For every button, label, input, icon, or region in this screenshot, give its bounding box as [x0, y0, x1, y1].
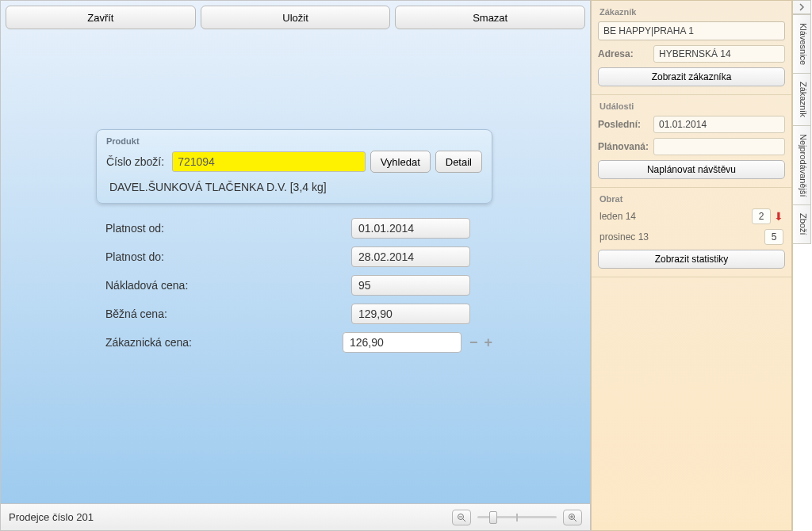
planned-event-input[interactable] — [653, 138, 785, 155]
vtab-keyboard[interactable]: Klávesnice — [793, 14, 811, 74]
toolbar: Zavřít Uložit Smazat — [1, 1, 590, 34]
valid-from-input[interactable] — [351, 218, 470, 239]
events-section: Události Poslední: Plánovaná: Naplánovat… — [592, 95, 791, 188]
turnover-section-title: Obrat — [598, 191, 785, 208]
fields-area: Platnost od: Platnost do: Nákladová cena… — [96, 218, 492, 353]
customer-name-input[interactable] — [598, 21, 785, 40]
customer-section-title: Zákazník — [598, 4, 785, 21]
turnover-row: prosinec 13 5 — [598, 229, 785, 245]
vtab-customer[interactable]: Zákazník — [793, 74, 811, 126]
detail-button[interactable]: Detail — [435, 151, 482, 173]
collapse-sidepanel-button[interactable] — [793, 0, 811, 14]
customer-section: Zákazník Adresa: Zobrazit zákazníka — [592, 1, 791, 95]
product-code-input[interactable] — [172, 151, 366, 172]
address-input[interactable] — [653, 45, 785, 63]
plan-visit-button[interactable]: Naplánovat návštěvu — [598, 160, 785, 179]
valid-from-label: Platnost od: — [105, 222, 351, 235]
cost-price-input[interactable] — [351, 275, 470, 296]
vertical-tabs: Klávesnice Zákazník Nejprodávanější Zbož… — [792, 0, 811, 531]
minus-icon[interactable]: − — [469, 334, 478, 351]
valid-to-label: Platnost do: — [105, 250, 351, 263]
customer-price-input[interactable] — [343, 332, 462, 353]
plus-icon[interactable]: + — [484, 334, 492, 351]
search-button[interactable]: Vyhledat — [370, 151, 431, 173]
vtab-goods[interactable]: Zboží — [793, 205, 811, 244]
content-area: Produkt Číslo zboží: Vyhledat Detail DAV… — [1, 34, 590, 503]
chevron-right-icon — [798, 3, 806, 11]
close-button[interactable]: Zavřít — [6, 6, 196, 29]
product-code-label: Číslo zboží: — [106, 155, 164, 168]
save-button[interactable]: Uložit — [201, 6, 391, 29]
vtab-bestsellers[interactable]: Nejprodávanější — [793, 126, 811, 206]
normal-price-label: Běžná cena: — [105, 308, 351, 320]
turnover-label: prosinec 13 — [599, 231, 764, 243]
planned-event-label: Plánovaná: — [598, 141, 649, 152]
status-bar: Prodejce číslo 201 — [1, 503, 590, 530]
svg-line-1 — [463, 518, 466, 521]
zoom-control — [452, 510, 582, 525]
product-box-title: Produkt — [106, 136, 482, 146]
side-panel: Zákazník Adresa: Zobrazit zákazníka Udál… — [591, 0, 792, 531]
normal-price-input[interactable] — [351, 304, 470, 324]
delete-button[interactable]: Smazat — [395, 6, 585, 29]
turnover-row: leden 14 2 ⬇ — [598, 208, 785, 224]
show-customer-button[interactable]: Zobrazit zákazníka — [598, 67, 785, 86]
events-section-title: Události — [598, 98, 785, 116]
cost-price-label: Nákladová cena: — [105, 279, 351, 292]
zoom-in-button[interactable] — [563, 510, 582, 525]
turnover-value: 2 — [752, 208, 771, 224]
main-panel: Zavřít Uložit Smazat Produkt Číslo zboží… — [0, 0, 591, 531]
address-label: Adresa: — [598, 48, 649, 59]
valid-to-input[interactable] — [351, 246, 470, 267]
show-stats-button[interactable]: Zobrazit statistiky — [598, 250, 785, 269]
turnover-value: 5 — [764, 229, 783, 245]
zoom-slider[interactable] — [477, 510, 557, 525]
product-description: DAVEL.ŠUNKOVÁ TLAČENKA D.V. [3,4 kg] — [106, 179, 482, 195]
last-event-label: Poslední: — [598, 119, 649, 130]
customer-price-label: Zákaznická cena: — [105, 336, 343, 349]
status-text: Prodejce číslo 201 — [9, 511, 94, 523]
trend-down-icon: ⬇ — [774, 210, 783, 223]
zoom-out-icon — [457, 513, 466, 522]
product-box: Produkt Číslo zboží: Vyhledat Detail DAV… — [96, 129, 492, 204]
last-event-input[interactable] — [653, 116, 785, 133]
zoom-in-icon — [568, 513, 577, 522]
zoom-out-button[interactable] — [452, 510, 471, 525]
turnover-label: leden 14 — [599, 211, 752, 222]
turnover-section: Obrat leden 14 2 ⬇ prosinec 13 5 Zobrazi… — [592, 188, 791, 277]
svg-line-4 — [574, 518, 577, 521]
